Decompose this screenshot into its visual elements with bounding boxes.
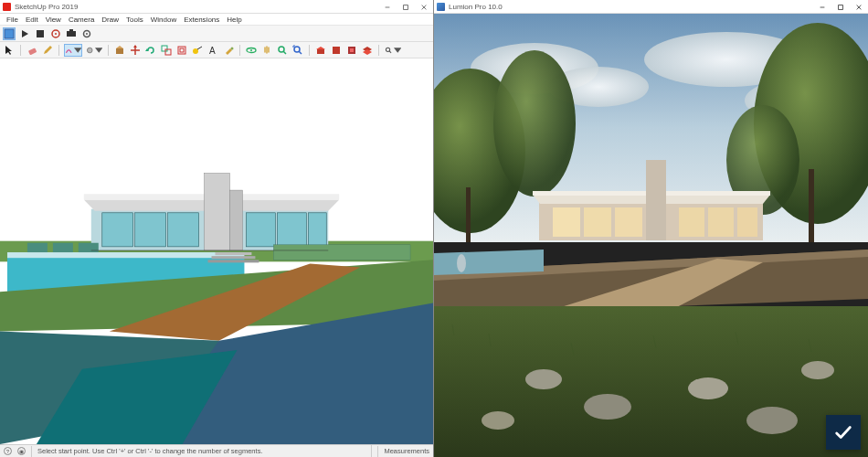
svg-point-17: [87, 48, 92, 53]
svg-rect-71: [212, 256, 256, 259]
menu-camera[interactable]: Camera: [65, 16, 98, 24]
sketchup-app-icon: [3, 3, 11, 11]
warehouse-tool[interactable]: [314, 44, 327, 57]
maximize-button[interactable]: [831, 0, 850, 14]
menu-window[interactable]: Window: [147, 16, 180, 24]
svg-marker-15: [44, 46, 52, 54]
sketchup-viewport[interactable]: [0, 58, 433, 444]
svg-line-34: [283, 51, 286, 54]
svg-point-109: [746, 407, 798, 434]
minimize-button[interactable]: [378, 0, 397, 14]
move-tool[interactable]: [129, 44, 142, 57]
template-tool[interactable]: [3, 27, 16, 40]
lumion-app-icon: [437, 3, 445, 11]
sketchup-model: [0, 58, 433, 444]
divider: [377, 446, 378, 457]
lumion-viewport[interactable]: [434, 14, 868, 457]
zoom-tool[interactable]: [276, 44, 289, 57]
separator: [58, 45, 59, 56]
menu-tools[interactable]: Tools: [122, 16, 147, 24]
play-tool[interactable]: [18, 27, 31, 40]
svg-rect-41: [350, 48, 354, 52]
maximize-button[interactable]: [397, 0, 415, 14]
toolbar-lumion-livesync: [0, 26, 433, 42]
svg-rect-65: [205, 174, 230, 250]
svg-rect-6: [37, 30, 44, 37]
menu-extensions[interactable]: Extensions: [180, 16, 223, 24]
menu-edit[interactable]: Edit: [22, 16, 42, 24]
offset-tool[interactable]: [175, 44, 188, 57]
menu-help[interactable]: Help: [223, 16, 245, 24]
svg-point-32: [250, 49, 252, 51]
help-icon[interactable]: ?: [4, 447, 12, 455]
tape-tool[interactable]: [191, 44, 204, 57]
scale-tool[interactable]: [160, 44, 173, 57]
sketchup-titlebar: SketchUp Pro 2019: [0, 0, 433, 14]
svg-point-85: [493, 50, 576, 197]
separator: [378, 45, 379, 56]
svg-point-30: [231, 47, 234, 49]
svg-rect-23: [162, 46, 167, 51]
svg-text:A: A: [209, 46, 216, 56]
user-icon[interactable]: ◉: [17, 447, 26, 455]
shape-tool[interactable]: [85, 44, 103, 57]
rotate-tool[interactable]: [144, 44, 157, 57]
arc-tool[interactable]: [64, 44, 82, 57]
svg-point-111: [801, 361, 834, 379]
svg-rect-61: [168, 213, 199, 247]
outliner-tool[interactable]: [384, 44, 402, 57]
svg-marker-38: [316, 47, 325, 49]
pushpull-tool[interactable]: [113, 44, 126, 57]
settings-tool[interactable]: [80, 27, 93, 40]
svg-marker-16: [74, 48, 82, 53]
svg-rect-76: [839, 5, 843, 9]
svg-rect-70: [216, 252, 252, 255]
svg-rect-96: [679, 207, 704, 237]
close-button[interactable]: [415, 0, 433, 14]
separator: [20, 45, 21, 56]
component-tool[interactable]: [330, 44, 343, 57]
svg-rect-39: [333, 47, 340, 54]
svg-rect-105: [434, 306, 868, 457]
svg-point-103: [457, 254, 466, 272]
menu-file[interactable]: File: [3, 16, 22, 24]
svg-line-28: [197, 47, 202, 49]
svg-rect-98: [737, 207, 757, 237]
close-button[interactable]: [850, 0, 868, 14]
zoom-extents-tool[interactable]: [291, 44, 304, 57]
text-tool[interactable]: A: [206, 44, 219, 57]
orbit-tool[interactable]: [245, 44, 258, 57]
svg-rect-25: [178, 47, 185, 54]
stop-tool[interactable]: [34, 27, 47, 40]
extension-tool[interactable]: [345, 44, 358, 57]
svg-line-36: [299, 51, 302, 54]
pencil-tool[interactable]: [41, 44, 54, 57]
minimize-button[interactable]: [813, 0, 831, 14]
confirm-button[interactable]: [826, 415, 861, 450]
eraser-tool[interactable]: [26, 44, 38, 57]
svg-rect-14: [28, 48, 37, 55]
svg-line-45: [389, 50, 391, 52]
svg-rect-97: [708, 207, 734, 237]
svg-marker-102: [434, 250, 544, 275]
target-tool[interactable]: [49, 27, 62, 40]
select-tool[interactable]: [3, 44, 16, 57]
menu-view[interactable]: View: [42, 16, 65, 24]
svg-point-12: [86, 33, 88, 35]
camera-sync-tool[interactable]: [65, 27, 78, 40]
svg-rect-62: [246, 213, 275, 247]
separator: [309, 45, 310, 56]
paint-tool[interactable]: [222, 44, 235, 57]
svg-rect-60: [135, 213, 166, 247]
svg-rect-66: [229, 190, 242, 250]
menubar: FileEditViewCameraDrawToolsWindowExtensi…: [0, 14, 433, 26]
menu-draw[interactable]: Draw: [98, 16, 122, 24]
lumion-render: [434, 14, 868, 457]
svg-rect-50: [7, 252, 244, 258]
svg-rect-1: [404, 5, 408, 9]
svg-rect-93: [553, 207, 580, 237]
svg-rect-73: [273, 245, 410, 260]
layers-tool[interactable]: [361, 44, 374, 57]
svg-rect-67: [27, 243, 48, 252]
pan-tool[interactable]: [260, 44, 273, 57]
